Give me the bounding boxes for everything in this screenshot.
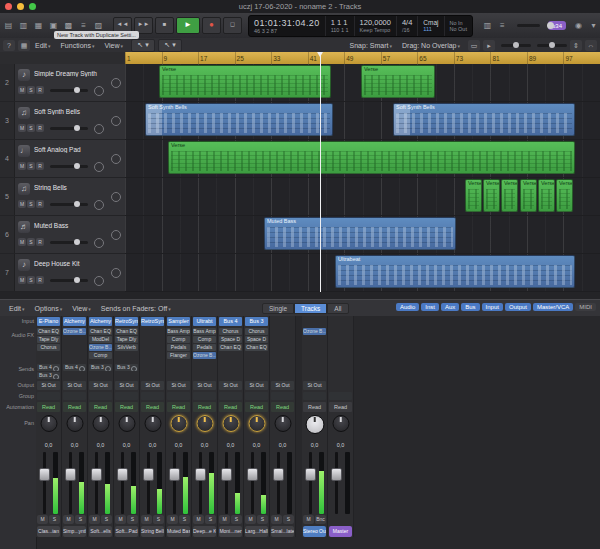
region[interactable]: Verse — [159, 65, 331, 98]
filter-audio[interactable]: Audio — [396, 303, 419, 311]
audio-fx-slot[interactable]: Space D — [219, 336, 242, 343]
stop-button[interactable]: ■ — [155, 17, 174, 34]
fader-cap[interactable] — [247, 468, 258, 481]
bounce-button[interactable]: Bnc — [315, 515, 326, 524]
track-s-button[interactable]: S — [27, 86, 35, 94]
solo-button[interactable]: S — [101, 515, 112, 524]
track-volume-slider[interactable] — [50, 127, 88, 130]
solo-button[interactable]: S — [153, 515, 164, 524]
channel-name[interactable]: Stereo Out — [303, 526, 326, 537]
automation-mode-button[interactable]: Read — [245, 402, 268, 412]
audio-fx-slot[interactable]: Pedals — [167, 344, 190, 351]
mixer-menu-edit[interactable]: Edit▾ — [9, 305, 25, 312]
channel-fader[interactable] — [218, 452, 243, 514]
solo-button[interactable]: S — [205, 515, 216, 524]
volume-knob[interactable] — [74, 163, 80, 169]
track-s-button[interactable]: S — [27, 276, 35, 284]
volume-knob[interactable] — [74, 277, 80, 283]
record-button[interactable]: ● — [202, 17, 221, 34]
menu-edit[interactable]: Edit▾ — [35, 42, 51, 49]
send-slot[interactable]: Bus 3 — [89, 364, 112, 371]
audio-fx-slot[interactable]: Chan EQ — [37, 328, 60, 335]
channel-name[interactable]: Clas...ian — [37, 526, 60, 537]
audio-fx-slot[interactable]: Comp — [89, 352, 112, 359]
output-slot[interactable]: St Out — [115, 381, 138, 390]
track-pan-knob[interactable] — [94, 162, 104, 172]
channel-name[interactable]: Simp...ynth — [63, 526, 86, 537]
zoom-button[interactable] — [29, 3, 36, 10]
send-slot[interactable]: Bus 4 — [37, 364, 60, 371]
input-monitor-button[interactable] — [111, 154, 121, 164]
channel-input-slot[interactable]: RetroSyn — [141, 317, 164, 326]
automation-mode-button[interactable]: Read — [89, 402, 112, 412]
pan-knob[interactable] — [305, 415, 324, 434]
group-slot[interactable] — [63, 392, 86, 400]
audio-fx-slot[interactable]: Space D — [245, 336, 268, 343]
track-r-button[interactable]: R — [36, 162, 44, 170]
volume-knob[interactable] — [74, 201, 80, 207]
fader-cap[interactable] — [143, 468, 154, 481]
region[interactable]: Verse — [556, 179, 573, 212]
send-knob[interactable] — [79, 366, 85, 372]
automation-mode-button[interactable]: Read — [193, 402, 216, 412]
mute-button[interactable]: M — [245, 515, 256, 524]
library-icon[interactable]: ▥ — [17, 18, 30, 33]
region[interactable]: Verse — [538, 179, 555, 212]
automation-mode-button[interactable]: Read — [63, 402, 86, 412]
volume-knob[interactable] — [74, 87, 80, 93]
output-slot[interactable]: St Out — [141, 381, 164, 390]
pan-knob[interactable] — [92, 415, 109, 432]
group-slot[interactable] — [219, 392, 242, 400]
send-knob[interactable] — [53, 366, 59, 372]
group-slot[interactable] — [141, 392, 164, 400]
minimize-button[interactable] — [17, 3, 24, 10]
waveform-zoom-icon[interactable]: ▭ — [468, 40, 480, 51]
sends-on-faders-menu[interactable]: Sends on Faders: Off▾ — [101, 305, 171, 312]
track-header[interactable]: 4♩Soft Analog PadMSR — [0, 140, 125, 178]
track-m-button[interactable]: M — [18, 162, 26, 170]
command-click-tool[interactable]: ↖ ▾ — [158, 39, 182, 52]
input-monitor-button[interactable] — [111, 192, 121, 202]
group-slot[interactable] — [37, 392, 60, 400]
fader-cap[interactable] — [331, 468, 342, 481]
audio-fx-slot[interactable]: ModDel — [89, 336, 112, 343]
fader-cap[interactable] — [195, 468, 206, 481]
audio-fx-slot[interactable]: Bass Amp — [167, 328, 190, 335]
channel-fader[interactable] — [192, 452, 217, 514]
fader-cap[interactable] — [65, 468, 76, 481]
channel-name[interactable]: Muted Bass — [167, 526, 190, 537]
solo-button[interactable]: S — [283, 515, 294, 524]
solo-button[interactable]: S — [49, 515, 60, 524]
track-r-button[interactable]: R — [36, 124, 44, 132]
channel-fader[interactable] — [328, 452, 353, 514]
region[interactable]: Verse — [168, 141, 575, 174]
mixer-menu-view[interactable]: View▾ — [72, 305, 91, 312]
channel-input-slot[interactable]: Ultrabt — [193, 317, 216, 326]
fader-cap[interactable] — [169, 468, 180, 481]
track-r-button[interactable]: R — [36, 86, 44, 94]
input-monitor-button[interactable] — [111, 116, 121, 126]
master-volume-knob[interactable] — [547, 22, 554, 29]
group-slot[interactable] — [89, 392, 112, 400]
track-m-button[interactable]: M — [18, 238, 26, 246]
inspector-icon[interactable]: ▦ — [32, 18, 45, 33]
track-m-button[interactable]: M — [18, 124, 26, 132]
channel-fader[interactable] — [244, 452, 269, 514]
track-volume-slider[interactable] — [50, 203, 88, 206]
mixer-tab-tracks[interactable]: Tracks — [294, 303, 327, 314]
horizontal-zoom-slider[interactable] — [501, 44, 531, 47]
channel-fader[interactable] — [302, 452, 327, 514]
region[interactable]: Verse — [361, 65, 435, 98]
play-button[interactable]: ► — [176, 17, 200, 34]
track-pan-knob[interactable] — [94, 86, 104, 96]
track-s-button[interactable]: S — [27, 124, 35, 132]
channel-fader[interactable] — [36, 452, 61, 514]
output-slot[interactable]: St Out — [219, 381, 242, 390]
track-m-button[interactable]: M — [18, 86, 26, 94]
filter-midi[interactable]: MIDI — [575, 303, 596, 311]
output-slot[interactable]: St Out — [89, 381, 112, 390]
output-slot[interactable]: St Out — [37, 381, 60, 390]
track-pan-knob[interactable] — [94, 276, 104, 286]
channel-input-slot[interactable]: Alchemy — [89, 317, 112, 326]
audio-fx-slot[interactable]: Tape Dly — [115, 336, 138, 343]
